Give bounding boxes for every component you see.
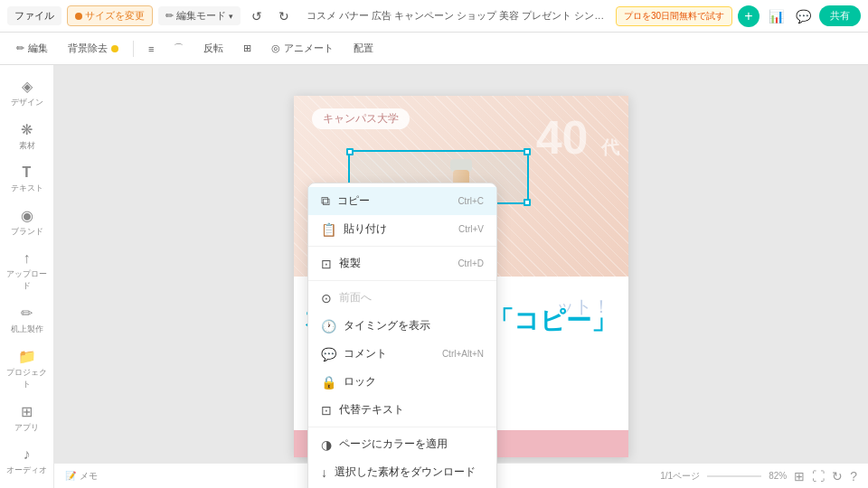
trial-button[interactable]: プロを30日間無料で試す [616, 6, 732, 26]
note-icon: 📝 [65, 471, 76, 481]
upload-icon: ↑ [24, 250, 31, 267]
ctx-copy[interactable]: ⧉ コピー Ctrl+C [308, 187, 496, 215]
share-button[interactable]: 共有 [819, 5, 861, 26]
app-icon: ⊞ [21, 403, 33, 420]
sidebar-item-text[interactable]: T テキスト [4, 159, 51, 200]
ctx-alt-text[interactable]: ⊡ 代替テキスト [308, 396, 496, 424]
sidebar-item-upload[interactable]: ↑ アップロード [4, 245, 51, 297]
handle-tr[interactable] [524, 148, 531, 155]
animate-icon: ◎ [271, 42, 280, 54]
design-icon: ◈ [22, 78, 33, 95]
grid-btn[interactable]: ⊞ [238, 41, 257, 56]
download-icon: ↓ [321, 465, 327, 480]
comment2-icon: 💬 [321, 347, 336, 361]
ctx-duplicate-label: 複製 [339, 256, 361, 271]
grid-view-icon[interactable]: ⊞ [794, 469, 805, 483]
sidebar-item-brand[interactable]: ◉ ブランド [4, 202, 51, 243]
pencil-icon: ✏ [165, 10, 174, 22]
ctx-paste-shortcut: Ctrl+V [458, 224, 484, 234]
lock-icon: 🔒 [321, 375, 336, 389]
comment-icon[interactable]: 💬 [792, 5, 814, 27]
sidebar-label-upload: アップロード [5, 268, 49, 292]
sidebar-label-draw: 机上製作 [11, 324, 43, 335]
ctx-copy-label: コピー [337, 193, 370, 209]
ctx-lock-label: ロック [344, 374, 376, 389]
sidebar-item-design[interactable]: ◈ デザイン [4, 72, 51, 114]
it-text: ット！ [556, 295, 610, 319]
front-icon: ⊙ [321, 291, 332, 305]
top-bar-right: プロを30日間無料で試す + 📊 💬 共有 [616, 5, 861, 27]
alt-text-icon: ⊡ [321, 403, 332, 418]
memo-button[interactable]: メモ [80, 470, 98, 483]
sidebar-item-material[interactable]: ❋ 素材 [4, 116, 51, 157]
ctx-paste-label: 貼り付け [344, 221, 387, 237]
second-toolbar: ✏ 編集 背景除去 ≡ ⌒ 反転 ⊞ ◎ アニメート 配置 [0, 33, 868, 65]
ctx-apply-color[interactable]: ◑ ページにカラーを適用 [308, 430, 496, 458]
chevron-down-icon: ▾ [229, 12, 233, 21]
text-icon: T [23, 164, 32, 181]
audio-icon: ♪ [24, 446, 31, 463]
add-button[interactable]: + [738, 5, 760, 27]
brand-icon: ◉ [21, 207, 33, 224]
draw-icon: ✏ [21, 305, 33, 322]
context-menu: ⧉ コピー Ctrl+C 📋 貼り付け Ctrl+V ⊡ 複製 Ctrl+D [307, 183, 497, 488]
curve-btn[interactable]: ⌒ [168, 40, 189, 57]
apply-color-icon: ◑ [321, 437, 332, 452]
ctx-lock[interactable]: 🔒 ロック [308, 368, 496, 396]
ctx-front-label: 前面へ [339, 290, 372, 305]
ctx-copy-shortcut: Ctrl+C [458, 196, 484, 206]
sidebar-item-generate[interactable]: ✦ ショタ生成 [4, 483, 51, 488]
ctx-download-label: 選択した素材をダウンロード [335, 465, 476, 480]
status-bar-left: 📝 メモ [65, 470, 98, 483]
ctx-duplicate[interactable]: ⊡ 複製 Ctrl+D [308, 249, 496, 277]
sidebar-label-project: プロジェクト [5, 367, 49, 390]
refresh-icon[interactable]: ↻ [832, 469, 843, 483]
ctx-comment2-shortcut: Ctrl+Alt+N [442, 349, 484, 359]
sidebar-item-audio[interactable]: ♪ オーディオ [4, 441, 51, 482]
file-button[interactable]: ファイル [7, 6, 61, 25]
top-bar: ファイル サイズを変更 ✏ 編集モード ▾ ↺ ↻ コスメ バナー 広告 キャン… [0, 0, 868, 33]
ctx-comment[interactable]: 🕐 タイミングを表示 [308, 312, 496, 340]
ctx-download[interactable]: ↓ 選択した素材をダウンロード [308, 458, 496, 486]
ctx-comment2[interactable]: 💬 コメント Ctrl+Alt+N [308, 340, 496, 368]
ctx-divider-1 [308, 246, 496, 247]
yellow-dot [111, 45, 118, 52]
sidebar-item-draw[interactable]: ✏ 机上製作 [4, 299, 51, 341]
edit-tool-btn[interactable]: ✏ 編集 [11, 40, 53, 57]
flip-btn[interactable]: 反転 [198, 40, 229, 57]
duplicate-icon: ⊡ [321, 257, 332, 271]
size-change-button[interactable]: サイズを変更 [67, 5, 153, 26]
sidebar-item-app[interactable]: ⊞ アプリ [4, 398, 51, 439]
handle-br[interactable] [524, 199, 531, 206]
copy-icon: ⧉ [321, 193, 330, 209]
ctx-divider-3 [308, 427, 496, 427]
undo-button[interactable]: ↺ [246, 5, 268, 27]
comment-ctx-icon: 🕐 [321, 319, 336, 333]
ctx-front[interactable]: ⊙ 前面へ [308, 284, 496, 312]
bg-remove-btn[interactable]: 背景除去 [62, 40, 124, 57]
canvas-area[interactable]: キャンパス大学 40 代 [54, 65, 868, 488]
layout-btn[interactable]: 配置 [348, 40, 379, 57]
chart-icon[interactable]: 📊 [765, 5, 787, 27]
redo-button[interactable]: ↻ [273, 5, 295, 27]
edit-mode-button[interactable]: ✏ 編集モード ▾ [158, 6, 241, 25]
fullscreen-icon[interactable]: ⛶ [812, 469, 825, 483]
align-btn[interactable]: ≡ [143, 42, 159, 56]
top-bar-left: ファイル サイズを変更 ✏ 編集モード ▾ ↺ ↻ [7, 5, 295, 27]
canvas-number: 40 代 [536, 114, 619, 161]
sidebar-label-app: アプリ [14, 422, 39, 434]
ctx-comment2-label: コメント [344, 346, 387, 361]
help-icon[interactable]: ? [850, 469, 857, 483]
sidebar-item-project[interactable]: 📁 プロジェクト [4, 343, 51, 396]
project-icon: 📁 [18, 348, 36, 365]
animate-btn[interactable]: ◎ アニメート [266, 40, 339, 57]
main-layout: ◈ デザイン ❋ 素材 T テキスト ◉ ブランド ↑ アップロード ✏ 机上製… [0, 65, 868, 488]
ctx-apply-color-label: ページにカラーを適用 [339, 436, 448, 452]
handle-tl[interactable] [346, 148, 354, 155]
sidebar-label-design: デザイン [11, 97, 43, 108]
sidebar-label-audio: オーディオ [6, 465, 47, 476]
toolbar-separator [133, 41, 134, 57]
ctx-comment-label: タイミングを表示 [344, 318, 430, 333]
sidebar-label-brand: ブランド [11, 226, 43, 238]
ctx-paste[interactable]: 📋 貼り付け Ctrl+V [308, 215, 496, 243]
